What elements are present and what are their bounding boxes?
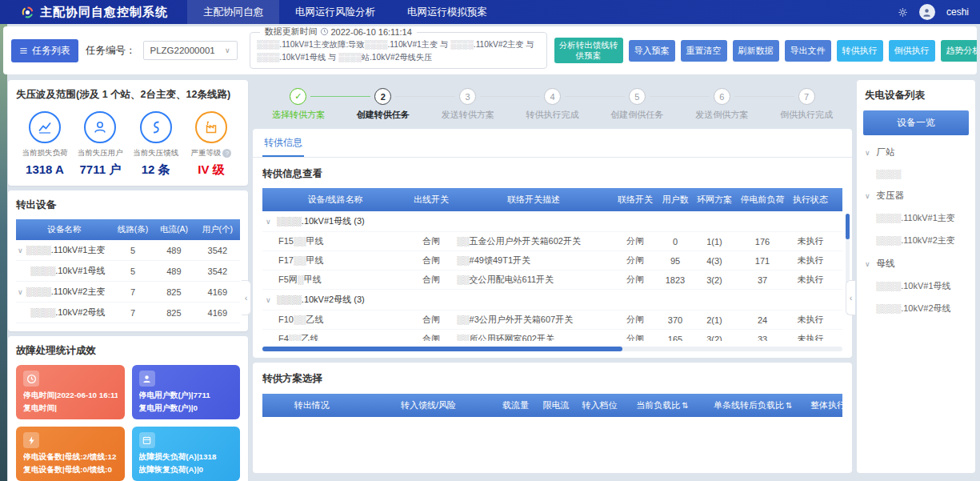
- step-label: 倒供执行完成: [764, 109, 849, 121]
- table-cell: F5网░甲线: [262, 271, 408, 290]
- update-time-legend: 数据更新时间 2022-06-10 16:11:14: [260, 26, 417, 38]
- table-cell: F11五: [832, 232, 842, 251]
- help-icon[interactable]: ?: [222, 149, 231, 158]
- nav-item[interactable]: 主配协同自愈: [187, 0, 279, 24]
- chevron-down-icon[interactable]: ∨: [18, 288, 23, 296]
- column-header: 设备/线路名称: [262, 188, 408, 211]
- tree-item[interactable]: ░░░░: [863, 162, 969, 182]
- stat-card-outage-time: 停电时间|2022-06-10 16:11复电时间|: [16, 365, 125, 419]
- trend-analysis-button[interactable]: 趋势分析: [941, 40, 978, 62]
- step-label: 创建倒供任务: [594, 109, 679, 121]
- table-row[interactable]: F10░░乙线合闸░░#3公用户外开关箱607开关分闸3702(1)24未执行F…: [262, 311, 842, 330]
- lines-cell: 7: [113, 282, 153, 303]
- table-cell: 3(2): [693, 271, 736, 290]
- task-list-button[interactable]: 任务列表: [11, 39, 78, 62]
- table-cell: 分闸: [613, 330, 658, 342]
- column-header[interactable]: 单条线转后负载比⇅: [702, 394, 804, 417]
- username: ceshi: [946, 6, 969, 18]
- tab-transfer-info[interactable]: 转供信息: [262, 134, 304, 157]
- column-header: 转入馈线/风险: [362, 394, 496, 417]
- transfer-execute-button[interactable]: 转供执行: [837, 40, 883, 62]
- transfer-plan-table: 转出情况转入馈线/风险载流量限电流转入档位当前负载比⇅单条线转后负载比⇅整体执行…: [262, 394, 842, 417]
- transfer-out-panel: 转出设备 设备名称线路(条)电流(A)用户(个) ∨░░░░.110kV#1主变…: [8, 190, 248, 331]
- step-6: 6发送倒供方案: [679, 88, 764, 121]
- chevron-down-icon: ∨: [865, 260, 870, 268]
- impact-stat: 当前失压用户7711 户: [73, 111, 127, 178]
- table-row[interactable]: F4░░乙线合闸░░所公用环网室602开关分闸1653(2)33未执行F8看: [262, 330, 842, 342]
- column-header: 执行状态: [789, 188, 832, 211]
- tree-group[interactable]: ∨变压器: [863, 182, 969, 205]
- current-cell: 489: [153, 261, 194, 282]
- column-header[interactable]: 当前负载比⇅: [623, 394, 702, 417]
- card-line-2: 复电设备数|母线:0/馈线:0: [23, 465, 118, 475]
- table-row[interactable]: F5网░甲线合闸░░交公用配电站611开关分闸18233(2)37未执行F16马: [262, 271, 842, 290]
- fault-description: ░░░░.110kV#1主变故障:导致░░░░.110kV#1主变 与 ░░░░…: [257, 38, 540, 66]
- transfer-out-row[interactable]: ∨░░░░.110kV#2主变78254169: [16, 282, 240, 303]
- step-label: 转供执行完成: [510, 109, 595, 121]
- vertical-scrollbar-thumb[interactable]: [846, 214, 850, 239]
- transfer-out-row[interactable]: ░░░░.10kV#1母线54893542: [16, 261, 240, 282]
- users-icon: [84, 111, 116, 143]
- nav-item[interactable]: 电网运行模拟预案: [391, 0, 503, 24]
- task-no-select[interactable]: PLZG22000001 ∨: [143, 41, 238, 60]
- tree-group[interactable]: ∨母线: [863, 250, 969, 273]
- table-cell: F8看: [832, 330, 842, 342]
- collapse-right-handle[interactable]: ‹: [846, 280, 855, 315]
- transfer-out-row[interactable]: ∨░░░░.110kV#1主变54893542: [16, 240, 240, 261]
- table-cell: 1823: [658, 271, 693, 290]
- table-row[interactable]: F17░░甲线合闸░░#49馈49T1开关分闸954(3)171未执行F7天: [262, 251, 842, 271]
- nav-item[interactable]: 电网运行风险分析: [279, 0, 391, 24]
- tree-item[interactable]: ░░░░.10kV#2母线: [863, 295, 969, 318]
- table-row[interactable]: F15░░甲线合闸░░五金公用户外开关箱602开关分闸01(1)176未执行F1…: [262, 232, 842, 251]
- reset-clear-button[interactable]: 重置清空: [681, 40, 727, 62]
- chevron-down-icon[interactable]: ∨: [266, 296, 271, 304]
- export-file-button[interactable]: 导出文件: [785, 40, 831, 62]
- stats-cards: 停电时间|2022-06-10 16:11复电时间|停电用户数(户)|7711复…: [16, 365, 240, 481]
- table-cell: F16马: [832, 271, 842, 290]
- left-sidebar: 失压波及范围(涉及 1 个站、2台主变、12条线路) 当前损失负荷1318 A当…: [8, 80, 248, 473]
- horizontal-scrollbar-thumb[interactable]: [262, 347, 622, 351]
- refresh-data-button[interactable]: 刷新数据: [733, 40, 779, 62]
- column-header: 用户(个): [195, 219, 240, 240]
- table-cell: F17░░甲线: [262, 251, 408, 271]
- chevron-down-icon[interactable]: ∨: [266, 218, 271, 226]
- tree-item[interactable]: ░░░░.10kV#1母线: [863, 273, 969, 295]
- column-header[interactable]: 整体执行负载比⇅: [804, 394, 842, 417]
- nav-menu: 主配协同自愈电网运行风险分析电网运行模拟预案: [187, 0, 503, 24]
- table-cell: 未执行: [789, 251, 832, 271]
- sort-icon[interactable]: ⇅: [682, 401, 688, 410]
- logo-icon: [21, 6, 34, 19]
- table-cell: F19░: [832, 311, 842, 330]
- transfer-out-row[interactable]: ░░░░.10kV#2母线78254169: [16, 303, 240, 323]
- table-group-row[interactable]: ∨ ░░░░.10kV#1母线 (3): [262, 211, 842, 232]
- import-plan-button[interactable]: 导入预案: [629, 40, 675, 62]
- sort-icon[interactable]: ⇅: [786, 401, 792, 410]
- impact-stats: 当前损失负荷1318 A当前失压用户7711 户当前失压馈线12 条严重等级?I…: [16, 111, 240, 178]
- tree-group[interactable]: ∨厂站: [863, 138, 969, 162]
- stat-card-outage-users: 停电用户数(户)|7711复电用户数(户)|0: [132, 365, 241, 419]
- plan-table-header: 转出情况转入馈线/风险载流量限电流转入档位当前负载比⇅单条线转后负载比⇅整体执行…: [262, 394, 842, 417]
- table-cell: 未执行: [789, 330, 832, 342]
- chevron-down-icon[interactable]: ∨: [18, 247, 23, 255]
- transfer-info-table: 设备/线路名称出线开关联络开关描述联络开关用户数环网方案停电前负荷执行状态转供 …: [262, 188, 842, 341]
- update-time-label: 数据更新时间: [265, 26, 318, 38]
- table-cell: 未执行: [789, 311, 832, 330]
- tree-item[interactable]: ░░░░.110kV#1主变: [863, 205, 969, 227]
- step-1: ✓选择转供方案: [256, 88, 341, 121]
- column-header: 线路(条): [113, 219, 153, 240]
- gear-icon[interactable]: [898, 7, 908, 18]
- analyze-feeder-transfer-plan-button[interactable]: 分析转出馈线转供预案: [554, 38, 623, 63]
- horizontal-scrollbar[interactable]: [262, 347, 842, 351]
- stepper: ✓选择转供方案2创建转供任务3发送转供方案4转供执行完成5创建倒供任务6发送倒供…: [253, 80, 852, 122]
- collapse-left-handle[interactable]: ‹: [242, 280, 251, 315]
- impact-stat-label: 严重等级?: [190, 148, 231, 158]
- avatar[interactable]: [919, 4, 935, 20]
- impact-stat-value: 7711 户: [79, 162, 121, 178]
- backfeed-execute-button[interactable]: 倒供执行: [889, 40, 935, 62]
- tree-item[interactable]: ░░░░.110kV#2主变: [863, 227, 969, 250]
- table-group-row[interactable]: ∨ ░░░░.10kV#2母线 (3): [262, 290, 842, 311]
- table-cell: 1(1): [693, 232, 736, 251]
- column-header: 停电前负荷: [736, 188, 789, 211]
- info-table-header: 设备/线路名称出线开关联络开关描述联络开关用户数环网方案停电前负荷执行状态转供: [262, 188, 842, 211]
- stat-card-outage-devices: 停电设备数|母线:2/馈线:12复电设备数|母线:0/馈线:0: [16, 427, 125, 481]
